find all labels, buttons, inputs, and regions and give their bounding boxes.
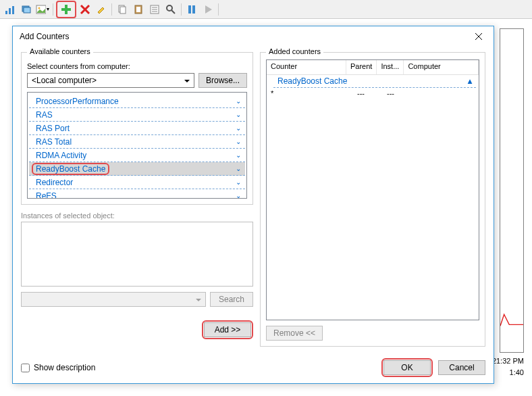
instances-label: Instances of selected object:: [21, 212, 253, 220]
svg-rect-4: [24, 7, 30, 13]
layers-icon[interactable]: [19, 2, 34, 17]
col-computer[interactable]: Computer: [404, 60, 479, 74]
counter-item[interactable]: ReadyBoost Cache⌄: [29, 162, 245, 176]
counter-name: ReadyBoost Cache: [32, 163, 109, 175]
x-icon[interactable]: [78, 2, 92, 17]
show-description[interactable]: Show description: [21, 363, 95, 372]
copy-icon[interactable]: [115, 2, 130, 17]
chevron-down-icon[interactable]: ⌄: [236, 165, 241, 172]
svg-rect-2: [12, 6, 14, 14]
svg-marker-23: [205, 5, 212, 14]
toolbar: ▾: [0, 0, 532, 19]
dialog-titlebar: Add Counters: [13, 26, 494, 47]
svg-point-6: [38, 7, 41, 9]
available-legend: Available counters: [27, 47, 93, 55]
play-icon[interactable]: [201, 2, 215, 17]
cell-counter: *: [267, 89, 353, 97]
counter-item[interactable]: RAS Port⌄: [29, 122, 245, 135]
chevron-down-icon[interactable]: ⌄: [236, 192, 241, 199]
add-highlight: Add >>: [202, 320, 253, 339]
separator: [111, 3, 112, 16]
separator: [218, 3, 219, 16]
image-icon[interactable]: ▾: [35, 2, 50, 17]
counter-name: RAS: [36, 110, 53, 120]
col-parent[interactable]: Parent: [346, 60, 377, 74]
col-counter[interactable]: Counter: [267, 60, 346, 74]
show-description-label: Show description: [34, 363, 95, 372]
chevron-down-icon[interactable]: ⌄: [236, 111, 241, 118]
svg-point-19: [167, 5, 172, 11]
svg-rect-1: [9, 8, 11, 14]
chart-icon[interactable]: [3, 2, 18, 17]
ok-button[interactable]: OK: [383, 360, 431, 375]
plus-icon[interactable]: [59, 2, 74, 17]
show-description-checkbox[interactable]: [21, 364, 30, 372]
bg-time: 1:40: [510, 368, 524, 376]
search-combo: [21, 292, 206, 307]
counter-item[interactable]: RDMA Activity⌄: [29, 149, 245, 162]
added-header: Counter Parent Inst... Computer: [267, 60, 479, 75]
dialog-footer: Show description OK Cancel: [13, 352, 494, 383]
remove-button: Remove <<: [266, 326, 323, 341]
svg-rect-22: [192, 5, 195, 14]
counter-name: RDMA Activity: [36, 151, 86, 160]
svg-rect-0: [5, 11, 7, 14]
highlight-icon[interactable]: [94, 2, 109, 17]
added-table[interactable]: Counter Parent Inst... Computer ReadyBoo…: [266, 59, 479, 320]
counter-name: ProcessorPerformance: [36, 97, 119, 106]
chevron-down-icon[interactable]: ⌄: [236, 178, 241, 186]
collapse-icon[interactable]: ▴: [468, 76, 472, 86]
search-button: Search: [210, 292, 253, 307]
computer-combo[interactable]: <Local computer>: [27, 73, 194, 88]
add-button[interactable]: Add >>: [204, 322, 251, 337]
select-from-label: Select counters from computer:: [27, 62, 247, 70]
instances-list[interactable]: [21, 222, 253, 287]
cancel-button[interactable]: Cancel: [438, 360, 485, 375]
cell-parent: ---: [353, 89, 383, 97]
added-counters-group: Added counters Counter Parent Inst... Co…: [260, 52, 485, 347]
separator: [181, 3, 182, 16]
added-group-row[interactable]: ReadyBoost Cache ▴: [273, 75, 476, 88]
counter-name: RAS Total: [36, 137, 72, 147]
chevron-down-icon[interactable]: ⌄: [236, 97, 241, 105]
svg-rect-8: [61, 8, 71, 11]
browse-button[interactable]: Browse...: [198, 73, 247, 88]
svg-rect-14: [136, 7, 140, 12]
counter-item[interactable]: ProcessorPerformance⌄: [29, 95, 245, 108]
computer-value: <Local computer>: [32, 76, 97, 85]
added-legend: Added counters: [266, 47, 323, 55]
pause-icon[interactable]: [184, 2, 199, 17]
paste-icon[interactable]: [131, 2, 146, 17]
dialog-title-text: Add Counters: [20, 32, 69, 41]
cell-inst: ---: [383, 89, 410, 97]
col-instance[interactable]: Inst...: [377, 60, 404, 74]
add-counters-dialog: Add Counters Available counters Select c…: [12, 26, 494, 384]
counter-item[interactable]: Redirector⌄: [29, 176, 245, 189]
svg-rect-21: [188, 5, 191, 14]
counter-name: ReFS: [36, 191, 57, 199]
counter-item[interactable]: RAS⌄: [29, 108, 245, 122]
separator: [53, 3, 53, 16]
counter-name: Redirector: [36, 178, 73, 187]
chevron-down-icon[interactable]: ⌄: [236, 138, 241, 145]
counter-list[interactable]: ProcessorPerformance⌄RAS⌄RAS Port⌄RAS To…: [27, 92, 247, 199]
plus-highlight: [56, 1, 76, 18]
available-counters-group: Available counters Select counters from …: [21, 52, 253, 205]
counter-item[interactable]: ReFS⌄: [29, 189, 245, 199]
props-icon[interactable]: [147, 2, 162, 17]
chevron-down-icon[interactable]: ⌄: [236, 151, 241, 159]
background-chart: [500, 28, 524, 353]
ok-highlight: OK: [381, 358, 433, 377]
counter-item[interactable]: RAS Total⌄: [29, 135, 245, 149]
close-icon[interactable]: [471, 30, 487, 43]
cell-comp: [410, 89, 479, 97]
chevron-down-icon[interactable]: ⌄: [236, 124, 241, 132]
counter-name: RAS Port: [36, 124, 70, 133]
added-data-row[interactable]: * --- ---: [267, 88, 479, 99]
zoom-icon[interactable]: [163, 2, 178, 17]
svg-rect-12: [120, 7, 126, 14]
added-group-name: ReadyBoost Cache: [277, 76, 347, 86]
svg-line-20: [171, 10, 175, 14]
